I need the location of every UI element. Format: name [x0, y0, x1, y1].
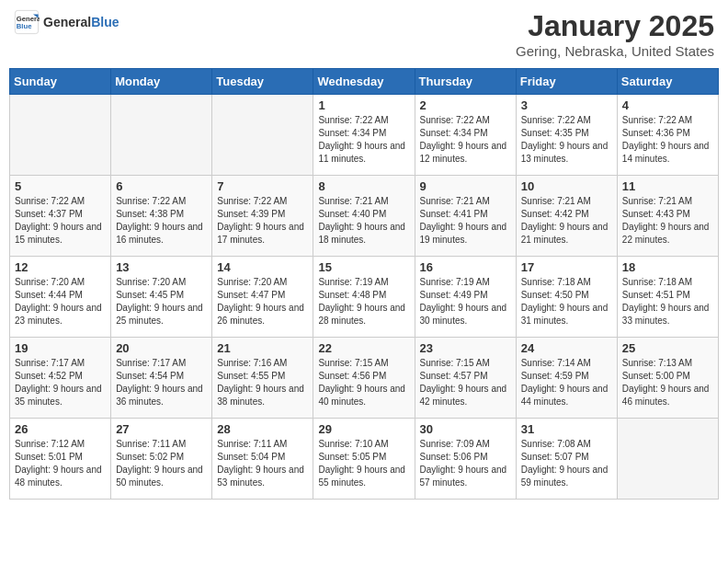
- weekday-header-thursday: Thursday: [415, 69, 516, 95]
- day-cell-18: 18Sunrise: 7:18 AMSunset: 4:51 PMDayligh…: [617, 257, 718, 338]
- day-number: 8: [318, 179, 409, 193]
- day-info: Sunrise: 7:22 AMSunset: 4:39 PMDaylight:…: [217, 195, 308, 247]
- calendar-week-3: 12Sunrise: 7:20 AMSunset: 4:44 PMDayligh…: [10, 257, 719, 338]
- day-number: 4: [622, 98, 713, 112]
- day-number: 28: [217, 422, 308, 436]
- daylight-label: Daylight: 9 hours and 13 minutes.: [521, 141, 609, 164]
- daylight-label: Daylight: 9 hours and 38 minutes.: [217, 384, 304, 407]
- sunset-label: Sunset: 4:37 PM: [15, 209, 83, 219]
- sunset-label: Sunset: 4:44 PM: [15, 290, 83, 300]
- sunset-label: Sunset: 5:04 PM: [217, 452, 285, 462]
- sunset-label: Sunset: 5:07 PM: [521, 452, 589, 462]
- day-number: 19: [15, 341, 106, 355]
- title-block: January 2025 Gering, Nebraska, United St…: [516, 9, 714, 59]
- sunrise-label: Sunrise: 7:20 AM: [15, 277, 85, 287]
- sunrise-label: Sunrise: 7:22 AM: [521, 115, 591, 125]
- sunrise-label: Sunrise: 7:22 AM: [318, 115, 388, 125]
- day-info: Sunrise: 7:14 AMSunset: 4:59 PMDaylight:…: [521, 357, 612, 408]
- day-cell-10: 10Sunrise: 7:21 AMSunset: 4:42 PMDayligh…: [516, 176, 617, 257]
- day-info: Sunrise: 7:19 AMSunset: 4:49 PMDaylight:…: [420, 276, 511, 327]
- sunset-label: Sunset: 4:38 PM: [116, 209, 184, 219]
- sunrise-label: Sunrise: 7:10 AM: [318, 439, 388, 449]
- day-info: Sunrise: 7:11 AMSunset: 5:04 PMDaylight:…: [217, 438, 308, 489]
- sunrise-label: Sunrise: 7:15 AM: [318, 358, 388, 368]
- sunrise-label: Sunrise: 7:22 AM: [116, 196, 186, 206]
- day-cell-16: 16Sunrise: 7:19 AMSunset: 4:49 PMDayligh…: [415, 257, 516, 338]
- sunrise-label: Sunrise: 7:08 AM: [521, 439, 591, 449]
- sunset-label: Sunset: 4:50 PM: [521, 290, 589, 300]
- weekday-header-friday: Friday: [516, 69, 617, 95]
- day-info: Sunrise: 7:15 AMSunset: 4:56 PMDaylight:…: [318, 357, 409, 408]
- daylight-label: Daylight: 9 hours and 46 minutes.: [622, 384, 710, 407]
- day-number: 26: [15, 422, 106, 436]
- daylight-label: Daylight: 9 hours and 50 minutes.: [116, 465, 203, 488]
- daylight-label: Daylight: 9 hours and 30 minutes.: [420, 303, 507, 326]
- day-info: Sunrise: 7:21 AMSunset: 4:43 PMDaylight:…: [622, 195, 713, 247]
- daylight-label: Daylight: 9 hours and 26 minutes.: [217, 303, 304, 326]
- day-info: Sunrise: 7:18 AMSunset: 4:51 PMDaylight:…: [622, 276, 713, 327]
- daylight-label: Daylight: 9 hours and 33 minutes.: [622, 303, 710, 326]
- sunset-label: Sunset: 4:34 PM: [420, 128, 488, 138]
- day-cell-3: 3Sunrise: 7:22 AMSunset: 4:35 PMDaylight…: [516, 95, 617, 176]
- empty-cell: [10, 95, 111, 176]
- day-cell-19: 19Sunrise: 7:17 AMSunset: 4:52 PMDayligh…: [10, 338, 111, 419]
- day-cell-28: 28Sunrise: 7:11 AMSunset: 5:04 PMDayligh…: [212, 419, 313, 500]
- calendar-week-2: 5Sunrise: 7:22 AMSunset: 4:37 PMDaylight…: [10, 176, 719, 257]
- daylight-label: Daylight: 9 hours and 16 minutes.: [116, 222, 203, 245]
- svg-text:Blue: Blue: [17, 22, 32, 30]
- day-cell-17: 17Sunrise: 7:18 AMSunset: 4:50 PMDayligh…: [516, 257, 617, 338]
- sunrise-label: Sunrise: 7:20 AM: [217, 277, 287, 287]
- day-number: 27: [116, 422, 207, 436]
- sunrise-label: Sunrise: 7:19 AM: [318, 277, 388, 287]
- daylight-label: Daylight: 9 hours and 42 minutes.: [420, 384, 507, 407]
- daylight-label: Daylight: 9 hours and 23 minutes.: [15, 303, 102, 326]
- day-info: Sunrise: 7:22 AMSunset: 4:37 PMDaylight:…: [15, 195, 106, 247]
- sunrise-label: Sunrise: 7:22 AM: [622, 115, 692, 125]
- day-number: 1: [318, 98, 409, 112]
- daylight-label: Daylight: 9 hours and 21 minutes.: [521, 222, 609, 245]
- day-info: Sunrise: 7:17 AMSunset: 4:54 PMDaylight:…: [116, 357, 207, 408]
- sunrise-label: Sunrise: 7:13 AM: [622, 358, 692, 368]
- daylight-label: Daylight: 9 hours and 22 minutes.: [622, 222, 710, 245]
- sunset-label: Sunset: 4:42 PM: [521, 209, 589, 219]
- sunrise-label: Sunrise: 7:21 AM: [521, 196, 591, 206]
- day-cell-8: 8Sunrise: 7:21 AMSunset: 4:40 PMDaylight…: [313, 176, 415, 257]
- sunset-label: Sunset: 4:43 PM: [622, 209, 690, 219]
- calendar-week-5: 26Sunrise: 7:12 AMSunset: 5:01 PMDayligh…: [10, 419, 719, 500]
- sunrise-label: Sunrise: 7:19 AM: [420, 277, 490, 287]
- sunset-label: Sunset: 4:51 PM: [622, 290, 690, 300]
- day-cell-22: 22Sunrise: 7:15 AMSunset: 4:56 PMDayligh…: [313, 338, 415, 419]
- day-info: Sunrise: 7:18 AMSunset: 4:50 PMDaylight:…: [521, 276, 612, 327]
- day-cell-15: 15Sunrise: 7:19 AMSunset: 4:48 PMDayligh…: [313, 257, 415, 338]
- day-number: 15: [318, 260, 409, 274]
- weekday-header-sunday: Sunday: [10, 69, 111, 95]
- day-number: 30: [420, 422, 511, 436]
- day-number: 31: [521, 422, 612, 436]
- day-number: 23: [420, 341, 511, 355]
- day-cell-23: 23Sunrise: 7:15 AMSunset: 4:57 PMDayligh…: [415, 338, 516, 419]
- day-number: 22: [318, 341, 409, 355]
- day-number: 11: [622, 179, 713, 193]
- day-info: Sunrise: 7:17 AMSunset: 4:52 PMDaylight:…: [15, 357, 106, 408]
- sunrise-label: Sunrise: 7:14 AM: [521, 358, 591, 368]
- day-info: Sunrise: 7:22 AMSunset: 4:35 PMDaylight:…: [521, 114, 612, 166]
- sunset-label: Sunset: 4:48 PM: [318, 290, 386, 300]
- day-number: 14: [217, 260, 308, 274]
- day-info: Sunrise: 7:09 AMSunset: 5:06 PMDaylight:…: [420, 438, 511, 489]
- month-title: January 2025: [516, 9, 714, 43]
- sunrise-label: Sunrise: 7:17 AM: [15, 358, 85, 368]
- daylight-label: Daylight: 9 hours and 48 minutes.: [15, 465, 102, 488]
- logo-text: GeneralBlue: [43, 15, 119, 29]
- empty-cell: [212, 95, 313, 176]
- daylight-label: Daylight: 9 hours and 28 minutes.: [318, 303, 405, 326]
- sunrise-label: Sunrise: 7:12 AM: [15, 439, 85, 449]
- daylight-label: Daylight: 9 hours and 12 minutes.: [420, 141, 507, 164]
- daylight-label: Daylight: 9 hours and 40 minutes.: [318, 384, 405, 407]
- daylight-label: Daylight: 9 hours and 53 minutes.: [217, 465, 304, 488]
- day-info: Sunrise: 7:21 AMSunset: 4:40 PMDaylight:…: [318, 195, 409, 247]
- sunrise-label: Sunrise: 7:21 AM: [318, 196, 388, 206]
- daylight-label: Daylight: 9 hours and 14 minutes.: [622, 141, 710, 164]
- sunrise-label: Sunrise: 7:21 AM: [420, 196, 490, 206]
- day-cell-2: 2Sunrise: 7:22 AMSunset: 4:34 PMDaylight…: [415, 95, 516, 176]
- sunrise-label: Sunrise: 7:18 AM: [622, 277, 692, 287]
